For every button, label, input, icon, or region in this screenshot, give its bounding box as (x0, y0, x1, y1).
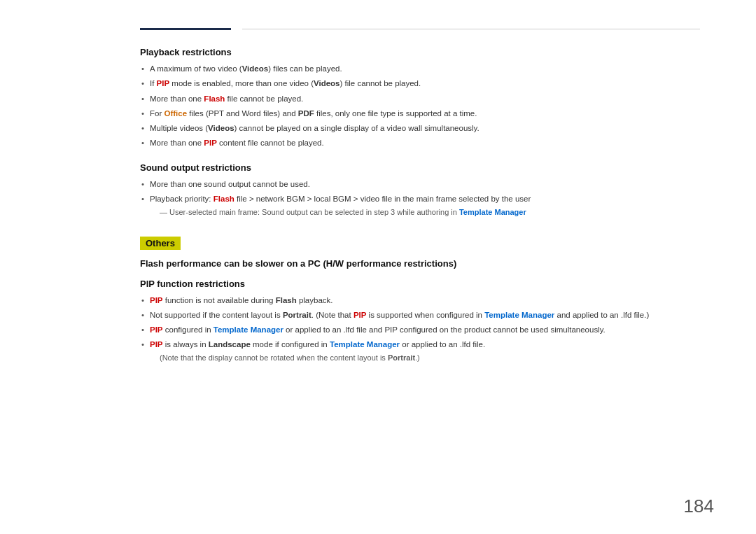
sound-output-list: More than one sound output cannot be use… (140, 178, 700, 218)
inline-pip: PIP (204, 139, 217, 147)
others-section: Others Flash performance can be slower o… (140, 231, 700, 364)
list-item: More than one sound output cannot be use… (140, 178, 700, 190)
list-item: Not supported if the content layout is P… (140, 309, 700, 321)
inline-flash: Flash (214, 195, 234, 203)
playback-restrictions-section: Playback restrictions A maximum of two v… (140, 47, 700, 150)
top-bar (140, 28, 700, 30)
inline-portrait: Portrait (388, 353, 415, 362)
sound-output-restrictions-section: Sound output restrictions More than one … (140, 162, 700, 218)
list-item: PIP configured in Template Manager or ap… (140, 324, 700, 336)
inline-bold: Videos (208, 124, 234, 132)
inline-portrait: Portrait (283, 311, 312, 319)
page-container: Playback restrictions A maximum of two v… (0, 0, 756, 534)
inline-pip: PIP (150, 296, 163, 304)
list-item: Multiple videos (Videos) cannot be playe… (140, 122, 700, 134)
inline-flash: Flash (204, 94, 225, 103)
list-item: More than one Flash file cannot be playe… (140, 93, 700, 105)
pip-restrictions-list: PIP function is not available during Fla… (140, 295, 700, 364)
template-manager-link: Template Manager (459, 208, 526, 216)
top-bar-right-line (242, 29, 700, 29)
others-badge: Others (140, 237, 181, 250)
list-item: Playback priority: Flash file > network … (140, 193, 700, 218)
template-manager-link: Template Manager (214, 325, 284, 334)
inline-bold: Videos (314, 79, 340, 87)
portrait-note: (Note that the display cannot be rotated… (150, 352, 700, 364)
inline-bold: Videos (242, 64, 269, 73)
sound-output-restrictions-title: Sound output restrictions (140, 162, 700, 173)
page-number: 184 (684, 496, 714, 517)
inline-landscape: Landscape (209, 340, 251, 349)
pip-function-restrictions-title: PIP function restrictions (140, 279, 700, 289)
inline-pip: PIP (150, 325, 163, 334)
inline-pdf: PDF (298, 109, 314, 118)
list-item: If PIP mode is enabled, more than one vi… (140, 78, 700, 90)
list-item: PIP function is not available during Fla… (140, 295, 700, 307)
sub-note: User-selected main frame: Sound output c… (150, 206, 700, 218)
template-manager-link: Template Manager (330, 340, 400, 349)
template-manager-link: Template Manager (484, 311, 554, 319)
inline-pip: PIP (354, 311, 367, 319)
inline-flash: Flash (276, 296, 297, 304)
inline-office: Office (164, 109, 187, 118)
list-item: A maximum of two video (Videos) files ca… (140, 63, 700, 75)
playback-restrictions-title: Playback restrictions (140, 47, 700, 57)
flash-performance-heading: Flash performance can be slower on a PC … (140, 258, 700, 269)
top-bar-left-accent (140, 28, 231, 30)
inline-pip: PIP (157, 79, 170, 87)
list-item: More than one PIP content file cannot be… (140, 137, 700, 149)
list-item: PIP is always in Landscape mode if confi… (140, 339, 700, 363)
playback-restrictions-list: A maximum of two video (Videos) files ca… (140, 63, 700, 150)
list-item: For Office files (PPT and Word files) an… (140, 108, 700, 120)
inline-pip: PIP (150, 340, 163, 349)
